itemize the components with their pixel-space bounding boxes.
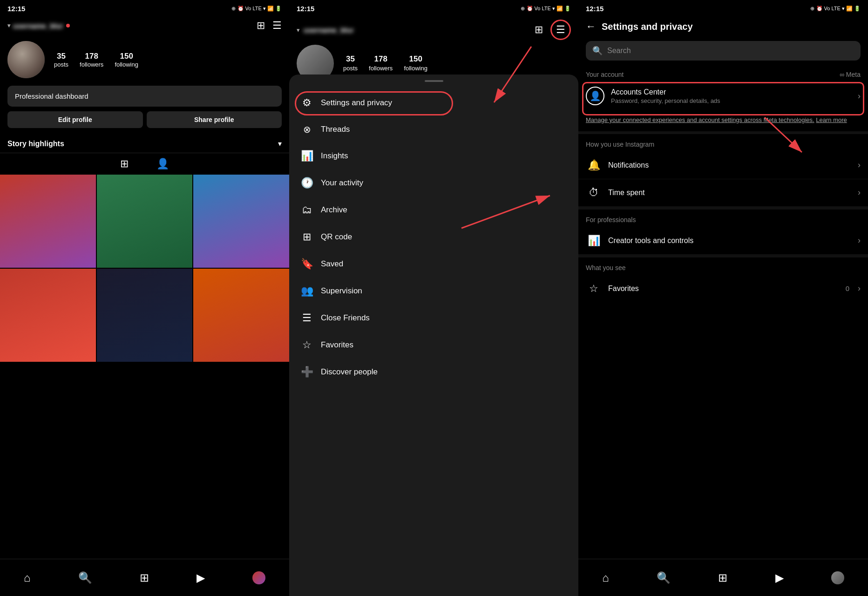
posts-label-2: posts <box>343 65 358 72</box>
photo-cell-2[interactable] <box>97 175 193 268</box>
status-bar-1: 12:15 ⊕ ⏰ Vo LTE ▾ 📶 🔋 <box>0 0 289 17</box>
add-post-icon[interactable]: ⊞ <box>257 20 265 32</box>
threads-menu-item[interactable]: ⊗ Threads <box>289 116 578 142</box>
your-activity-menu-item[interactable]: 🕐 Your activity <box>289 169 578 196</box>
profile-nav-avatar-3[interactable] <box>831 571 844 584</box>
discover-people-menu-item[interactable]: ➕ Discover people <box>289 359 578 386</box>
share-profile-button[interactable]: Share profile <box>147 111 282 128</box>
notification-dot <box>66 24 70 27</box>
posts-count-2: 35 <box>343 54 358 64</box>
supervision-menu-item[interactable]: 👥 Supervision <box>289 278 578 305</box>
menu-icon[interactable]: ☰ <box>272 20 282 32</box>
followers-stat-2: 178 followers <box>369 54 393 72</box>
posts-stat: 35 posts <box>54 52 68 68</box>
qr-code-menu-item[interactable]: ⊞ QR code <box>289 224 578 251</box>
archive-menu-item[interactable]: 🗂 Archive <box>289 196 578 224</box>
settings-privacy-menu-item[interactable]: ⚙ Settings and privacy <box>289 89 578 116</box>
notifications-icon: 🔔 <box>586 159 602 171</box>
favorites-settings-chevron: › <box>858 284 861 293</box>
story-highlights-chevron[interactable]: ▾ <box>278 139 282 148</box>
saved-menu-item[interactable]: 🔖 Saved <box>289 251 578 278</box>
search-nav-icon[interactable]: 🔍 <box>78 571 92 584</box>
back-button[interactable]: ← <box>586 20 596 33</box>
photo-cell-5[interactable] <box>97 269 193 362</box>
time-spent-item[interactable]: ⏱ Time spent › <box>578 179 868 207</box>
creator-tools-label[interactable]: Creator tools and controls <box>608 237 851 245</box>
grid-view-icon[interactable]: ⊞ <box>120 158 129 170</box>
favorites-icon: ☆ <box>300 339 313 351</box>
add-content-icon[interactable]: ⊞ <box>140 571 149 584</box>
settings-top-bar: ← Settings and privacy <box>578 17 868 37</box>
your-account-label: Your account <box>586 71 624 78</box>
followers-label: followers <box>80 61 103 68</box>
notifications-label[interactable]: Notifications <box>608 161 851 169</box>
favorites-value: 0 <box>846 284 849 292</box>
add-post-icon-2[interactable]: ⊞ <box>535 24 543 36</box>
bottom-nav-3: ⌂ 🔍 ⊞ ▶ <box>578 559 868 596</box>
learn-more-link[interactable]: Learn more <box>816 116 847 123</box>
story-highlights-row: Story highlights ▾ <box>0 135 289 153</box>
reels-icon[interactable]: ▶ <box>197 571 205 584</box>
bottom-nav-1: ⌂ 🔍 ⊞ ▶ <box>0 559 289 596</box>
your-activity-label: Your activity <box>321 178 363 188</box>
search-input[interactable]: Search <box>607 47 631 55</box>
home-icon[interactable]: ⌂ <box>24 571 31 584</box>
favorites-label: Favorites <box>321 340 353 350</box>
status-icons-text: ⊕ ⏰ Vo LTE ▾ 📶 🔋 <box>231 6 282 12</box>
saved-icon: 🔖 <box>300 258 313 270</box>
tagged-view-icon[interactable]: 👤 <box>156 158 169 170</box>
add-content-icon-3[interactable]: ⊞ <box>718 571 727 584</box>
action-row: Edit profile Share profile <box>0 111 289 135</box>
insights-menu-item[interactable]: 📊 Insights <box>289 142 578 169</box>
profile-nav-avatar[interactable] <box>252 571 265 584</box>
followers-stat: 178 followers <box>80 52 103 68</box>
following-label: following <box>115 61 138 68</box>
photo-cell-6[interactable] <box>193 269 289 362</box>
close-friends-menu-item[interactable]: ☰ Close Friends <box>289 305 578 332</box>
menu-panel: 12:15 ⊕ ⏰ Vo LTE ▾ 📶 🔋 ▾ username_blur ⊞… <box>289 0 578 596</box>
menu-hamburger-icon[interactable]: ☰ <box>550 20 571 40</box>
status-time-3: 12:15 <box>586 5 604 13</box>
supervision-label: Supervision <box>321 286 362 296</box>
insights-label: Insights <box>321 151 348 161</box>
favorites-settings-item[interactable]: ☆ Favorites 0 › <box>578 275 868 302</box>
search-nav-icon-3[interactable]: 🔍 <box>657 571 671 584</box>
archive-icon: 🗂 <box>300 204 313 216</box>
photo-cell-1[interactable] <box>0 175 96 268</box>
followers-count-2: 178 <box>369 54 393 64</box>
status-bar-2: 12:15 ⊕ ⏰ Vo LTE ▾ 📶 🔋 <box>289 0 578 17</box>
accounts-center-title: Accounts Center <box>611 88 851 96</box>
edit-profile-button[interactable]: Edit profile <box>7 111 143 128</box>
professional-dashboard-button[interactable]: Professional dashboard <box>7 86 282 107</box>
creator-tools-item[interactable]: 📊 Creator tools and controls › <box>578 227 868 255</box>
followers-count: 178 <box>80 52 103 61</box>
favorites-settings-icon: ☆ <box>586 283 602 295</box>
avatar <box>7 41 45 78</box>
creator-tools-chevron: › <box>858 236 861 245</box>
settings-title: Settings and privacy <box>602 21 693 32</box>
home-icon-3[interactable]: ⌂ <box>602 571 609 584</box>
following-stat: 150 following <box>115 52 138 68</box>
username-row: ▾ username_blur <box>7 22 70 30</box>
stats-row: 35 posts 178 followers 150 following <box>54 52 282 68</box>
threads-icon: ⊗ <box>300 124 313 135</box>
accounts-center-item[interactable]: 👤 Accounts Center Password, security, pe… <box>578 80 868 112</box>
status-icons-text-2: ⊕ ⏰ Vo LTE ▾ 📶 🔋 <box>521 6 571 12</box>
status-time-1: 12:15 <box>7 5 25 13</box>
reels-icon-3[interactable]: ▶ <box>775 571 784 584</box>
what-you-see-label: What you see <box>578 257 868 275</box>
favorites-settings-label[interactable]: Favorites <box>608 284 839 293</box>
notifications-item[interactable]: 🔔 Notifications › <box>578 152 868 179</box>
close-friends-label: Close Friends <box>321 313 370 323</box>
insights-icon: 📊 <box>300 150 313 162</box>
favorites-menu-item[interactable]: ☆ Favorites <box>289 332 578 359</box>
username-row-2: ▾ username_blur <box>297 26 354 34</box>
time-spent-icon: ⏱ <box>586 187 602 199</box>
accounts-center-text: Accounts Center Password, security, pers… <box>611 88 851 104</box>
time-spent-label[interactable]: Time spent <box>608 189 851 197</box>
photo-cell-3[interactable] <box>193 175 289 268</box>
photo-cell-4[interactable] <box>0 269 96 362</box>
close-friends-icon: ☰ <box>300 312 313 324</box>
search-box[interactable]: 🔍 Search <box>586 41 861 61</box>
top-bar-icons: ⊞ ☰ <box>257 20 282 32</box>
